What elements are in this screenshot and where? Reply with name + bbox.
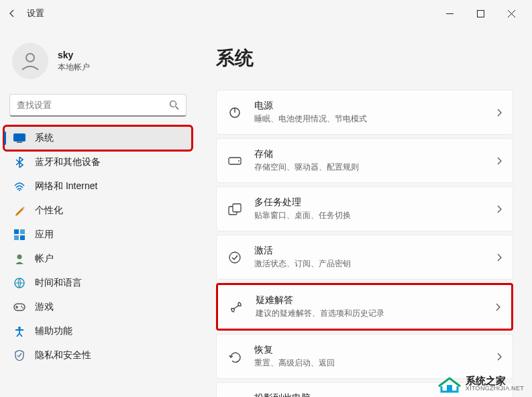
search-icon <box>169 100 179 110</box>
sidebar-item-label: 辅助功能 <box>35 325 72 337</box>
account-type: 本地帐户 <box>58 62 90 73</box>
gaming-icon <box>13 301 25 313</box>
chevron-right-icon <box>496 157 502 165</box>
card-list: 电源睡眠、电池使用情况、节电模式存储存储空间、驱动器、配置规则多任务处理贴靠窗口… <box>216 90 513 397</box>
card-power[interactable]: 电源睡眠、电池使用情况、节电模式 <box>216 90 513 135</box>
system-icon <box>13 132 25 144</box>
sidebar-item-accounts[interactable]: 帐户 <box>4 247 192 271</box>
chevron-right-icon <box>496 253 502 262</box>
account-name: sky <box>58 50 90 60</box>
sidebar-item-label: 游戏 <box>35 301 54 313</box>
privacy-icon <box>13 349 25 361</box>
card-troubleshoot[interactable]: 疑难解答建议的疑难解答、首选项和历史记录 <box>216 283 513 331</box>
watermark-logo-icon <box>437 374 462 393</box>
card-title: 存储 <box>254 148 484 160</box>
svg-point-7 <box>19 190 20 191</box>
card-subtitle: 激活状态、订阅、产品密钥 <box>254 258 484 270</box>
chevron-right-icon <box>496 353 502 361</box>
sidebar-item-label: 蓝牙和其他设备 <box>35 156 101 168</box>
watermark-text-en: XITONGZHIJIA.NET <box>466 386 524 392</box>
card-title: 电源 <box>254 100 484 112</box>
chevron-right-icon <box>496 205 502 213</box>
svg-rect-8 <box>14 229 19 234</box>
sidebar-item-personalization[interactable]: 个性化 <box>4 198 192 223</box>
sidebar-item-label: 系统 <box>35 132 54 144</box>
svg-point-16 <box>22 307 23 308</box>
sidebar-item-accessibility[interactable]: 辅助功能 <box>4 319 192 343</box>
card-title: 激活 <box>254 245 484 257</box>
chevron-right-icon <box>496 109 502 117</box>
time-language-icon <box>13 277 25 289</box>
recovery-icon <box>227 351 242 363</box>
sidebar-item-label: 个性化 <box>35 205 63 217</box>
svg-rect-6 <box>17 142 22 144</box>
card-multitask[interactable]: 多任务处理贴靠窗口、桌面、任务切换 <box>216 186 513 231</box>
sidebar-item-apps[interactable]: 应用 <box>4 223 192 247</box>
search-box[interactable] <box>9 94 187 117</box>
card-title: 投影到此电脑 <box>254 392 484 397</box>
svg-rect-5 <box>14 134 25 141</box>
bluetooth-icon <box>13 156 25 168</box>
svg-point-17 <box>18 327 21 329</box>
page-title: 系统 <box>216 46 513 71</box>
card-recovery[interactable]: 恢复重置、高级启动、返回 <box>216 334 513 379</box>
power-icon <box>227 106 242 119</box>
sidebar-item-label: 网络和 Internet <box>35 180 97 192</box>
svg-point-24 <box>229 252 240 263</box>
sidebar-item-time-language[interactable]: 时间和语言 <box>4 271 192 295</box>
svg-point-2 <box>26 54 34 62</box>
watermark: 系统之家 XITONGZHIJIA.NET <box>437 374 524 393</box>
card-storage[interactable]: 存储存储空间、驱动器、配置规则 <box>216 138 513 183</box>
nav-list: 系统蓝牙和其他设备网络和 Internet个性化应用帐户时间和语言游戏辅助功能隐… <box>0 126 196 367</box>
card-subtitle: 睡眠、电池使用情况、节电模式 <box>254 113 484 125</box>
sidebar-item-bluetooth[interactable]: 蓝牙和其他设备 <box>4 150 192 174</box>
svg-line-4 <box>176 107 178 109</box>
storage-icon <box>227 157 242 165</box>
back-button[interactable] <box>5 7 19 20</box>
card-subtitle: 存储空间、驱动器、配置规则 <box>254 162 484 173</box>
accounts-icon <box>13 253 25 265</box>
search-input[interactable] <box>17 100 169 110</box>
accessibility-icon <box>13 325 25 337</box>
svg-point-21 <box>238 160 240 162</box>
watermark-text-cn: 系统之家 <box>466 376 524 386</box>
sidebar-item-label: 应用 <box>35 229 54 241</box>
personalization-icon <box>13 205 25 217</box>
svg-rect-11 <box>20 235 25 240</box>
sidebar: sky 本地帐户 系统蓝牙和其他设备网络和 Internet个性化应用帐户时间和… <box>0 27 196 397</box>
card-activation[interactable]: 激活激活状态、订阅、产品密钥 <box>216 235 513 280</box>
window-title: 设置 <box>27 7 44 19</box>
sidebar-item-label: 时间和语言 <box>35 277 82 289</box>
apps-icon <box>13 229 25 241</box>
sidebar-item-label: 帐户 <box>35 253 54 265</box>
content: 系统 电源睡眠、电池使用情况、节电模式存储存储空间、驱动器、配置规则多任务处理贴… <box>196 27 532 397</box>
sidebar-item-gaming[interactable]: 游戏 <box>4 295 192 319</box>
svg-point-12 <box>17 255 22 260</box>
card-subtitle: 建议的疑难解答、首选项和历史记录 <box>256 308 483 319</box>
sidebar-item-privacy[interactable]: 隐私和安全性 <box>4 343 192 367</box>
card-title: 多任务处理 <box>254 196 484 209</box>
card-subtitle: 贴靠窗口、桌面、任务切换 <box>254 210 484 221</box>
card-title: 疑难解答 <box>256 294 483 306</box>
svg-rect-27 <box>447 385 452 392</box>
activation-icon <box>227 251 242 264</box>
account-block[interactable]: sky 本地帐户 <box>0 32 196 94</box>
svg-rect-9 <box>20 229 25 234</box>
network-icon <box>13 180 25 192</box>
sidebar-item-system[interactable]: 系统 <box>4 126 192 150</box>
maximize-button[interactable] <box>465 3 496 24</box>
sidebar-item-label: 隐私和安全性 <box>35 349 91 361</box>
avatar <box>12 43 48 79</box>
sidebar-item-network[interactable]: 网络和 Internet <box>4 174 192 198</box>
minimize-button[interactable] <box>434 3 465 24</box>
card-subtitle: 重置、高级启动、返回 <box>254 357 484 369</box>
svg-point-15 <box>21 306 22 307</box>
svg-rect-23 <box>233 204 241 212</box>
close-button[interactable] <box>496 3 527 24</box>
svg-rect-10 <box>14 235 19 240</box>
chevron-right-icon <box>495 303 500 311</box>
troubleshoot-icon <box>229 300 244 314</box>
svg-rect-1 <box>477 10 484 17</box>
svg-point-3 <box>170 101 176 107</box>
card-title: 恢复 <box>254 344 484 356</box>
